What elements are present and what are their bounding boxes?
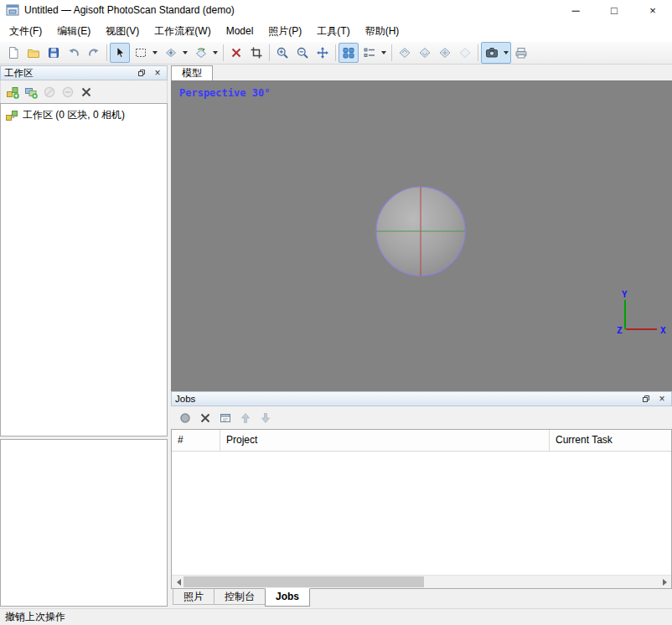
thumbnails-view-button[interactable] xyxy=(339,43,359,63)
rectangle-selection-button[interactable] xyxy=(130,42,160,64)
diamond-icon xyxy=(438,46,452,59)
menu-view[interactable]: 视图(V) xyxy=(98,22,147,40)
rotate-region-dropdown[interactable] xyxy=(211,43,220,63)
zoom-out-icon xyxy=(296,46,309,59)
workspace-tree-root-label: 工作区 (0 区块, 0 相机) xyxy=(23,108,125,122)
tab-jobs[interactable]: Jobs xyxy=(265,588,310,607)
x-icon xyxy=(199,411,212,425)
toolbar-separator xyxy=(478,44,478,61)
move-down-button[interactable] xyxy=(259,411,272,425)
menu-workflow[interactable]: 工作流程(W) xyxy=(147,22,218,40)
add-chunk-icon xyxy=(6,85,19,99)
left-arrow-icon xyxy=(177,579,181,586)
column-header-current-task[interactable]: Current Task xyxy=(550,430,671,451)
float-icon xyxy=(137,69,146,77)
show-photos-dropdown[interactable] xyxy=(502,43,510,63)
show-photos-button[interactable] xyxy=(481,42,511,64)
minimize-button[interactable]: ─ xyxy=(556,0,595,20)
navigation-button[interactable] xyxy=(110,43,130,63)
menu-file[interactable]: 文件(F) xyxy=(2,22,49,40)
x-icon xyxy=(80,85,93,99)
jobs-table-header: # Project Current Task xyxy=(172,430,671,452)
add-chunk-button[interactable] xyxy=(6,85,19,99)
save-button[interactable] xyxy=(44,43,64,63)
delete-job-button[interactable] xyxy=(199,411,212,425)
view-toggle-1-button[interactable] xyxy=(395,43,415,63)
jobs-table-body[interactable] xyxy=(172,452,671,575)
reset-selection-button[interactable] xyxy=(226,43,246,63)
move-region-button[interactable] xyxy=(160,42,190,64)
details-view-button[interactable] xyxy=(359,42,389,64)
close-button[interactable]: × xyxy=(633,0,672,20)
zoom-out-button[interactable] xyxy=(292,43,313,63)
scroll-right-button[interactable] xyxy=(658,576,671,588)
maximize-button[interactable]: □ xyxy=(595,0,633,20)
red-x-icon xyxy=(230,46,243,59)
undo-button[interactable] xyxy=(64,43,84,63)
delete-button[interactable] xyxy=(80,85,93,99)
add-photos-button[interactable] xyxy=(24,85,38,99)
menu-tools[interactable]: 工具(T) xyxy=(309,22,357,40)
export-job-button[interactable] xyxy=(219,411,232,425)
menu-edit[interactable]: 编辑(E) xyxy=(49,22,98,40)
remove-button[interactable] xyxy=(61,85,75,99)
workspace-tree-root[interactable]: 工作区 (0 区块, 0 相机) xyxy=(1,104,167,122)
pan-button[interactable] xyxy=(313,43,333,63)
toolbar-separator xyxy=(335,44,336,61)
diamond-icon xyxy=(418,46,432,59)
stop-circle-icon xyxy=(178,411,192,425)
horizontal-scrollbar[interactable] xyxy=(172,575,671,588)
chevron-down-icon xyxy=(152,51,158,54)
model-viewport[interactable]: Perspective 30° Y X Z xyxy=(171,80,672,391)
float-panel-button[interactable] xyxy=(136,67,147,79)
workspace-tree: 工作区 (0 区块, 0 相机) xyxy=(0,103,168,436)
add-photos-icon xyxy=(24,85,38,99)
details-view-dropdown[interactable] xyxy=(380,43,388,63)
move-region-dropdown[interactable] xyxy=(181,43,189,63)
zoom-in-button[interactable] xyxy=(272,43,292,63)
jobs-table: # Project Current Task xyxy=(171,429,672,589)
close-panel-button[interactable]: × xyxy=(152,67,163,79)
move-up-button[interactable] xyxy=(239,411,252,425)
chevron-down-icon xyxy=(183,51,188,54)
open-button[interactable] xyxy=(23,43,44,63)
new-document-button[interactable] xyxy=(3,43,23,63)
rotate-region-icon xyxy=(194,46,208,59)
tab-console[interactable]: 控制台 xyxy=(214,589,266,605)
redo-button[interactable] xyxy=(84,43,104,63)
zoom-in-icon xyxy=(276,46,289,59)
perspective-label: Perspective 30° xyxy=(179,87,270,99)
jobs-panel: Jobs × # Project Current Task xyxy=(171,391,672,607)
status-bar: 撤销上次操作 xyxy=(0,608,672,625)
diamond-icon xyxy=(398,46,411,59)
photos-pane[interactable] xyxy=(0,439,168,607)
enable-button[interactable] xyxy=(43,85,56,99)
minus-circle-icon xyxy=(61,85,75,99)
jobs-panel-titlebar: Jobs × xyxy=(171,391,672,406)
tab-model[interactable]: 模型 xyxy=(171,65,213,81)
stop-job-button[interactable] xyxy=(178,411,192,425)
scrollbar-thumb[interactable] xyxy=(184,576,424,587)
menu-photo[interactable]: 照片(P) xyxy=(261,22,309,40)
view-toggle-2-button[interactable] xyxy=(415,43,435,63)
chevron-down-icon xyxy=(213,51,218,54)
menu-help[interactable]: 帮助(H) xyxy=(358,22,407,40)
rectangle-selection-dropdown[interactable] xyxy=(151,43,159,63)
tab-photos[interactable]: 照片 xyxy=(173,589,215,605)
view-toggle-4-button[interactable] xyxy=(455,43,475,63)
viewport-scene: Y X Z xyxy=(171,80,672,391)
window-title: Untitled — Agisoft PhotoScan Standard (d… xyxy=(24,4,235,16)
print-button[interactable] xyxy=(511,43,531,63)
column-header-project[interactable]: Project xyxy=(220,430,550,451)
rotate-region-button[interactable] xyxy=(190,42,220,64)
float-icon xyxy=(642,395,650,403)
printer-icon xyxy=(514,46,528,59)
menu-model[interactable]: Model xyxy=(219,22,261,40)
view-toggle-3-button[interactable] xyxy=(435,43,455,63)
crop-button[interactable] xyxy=(246,43,266,63)
column-header-index[interactable]: # xyxy=(172,430,220,451)
float-jobs-button[interactable] xyxy=(640,393,652,405)
close-jobs-button[interactable]: × xyxy=(656,393,668,405)
marquee-icon xyxy=(134,46,147,59)
viewport-tabbar: 模型 xyxy=(171,65,213,81)
